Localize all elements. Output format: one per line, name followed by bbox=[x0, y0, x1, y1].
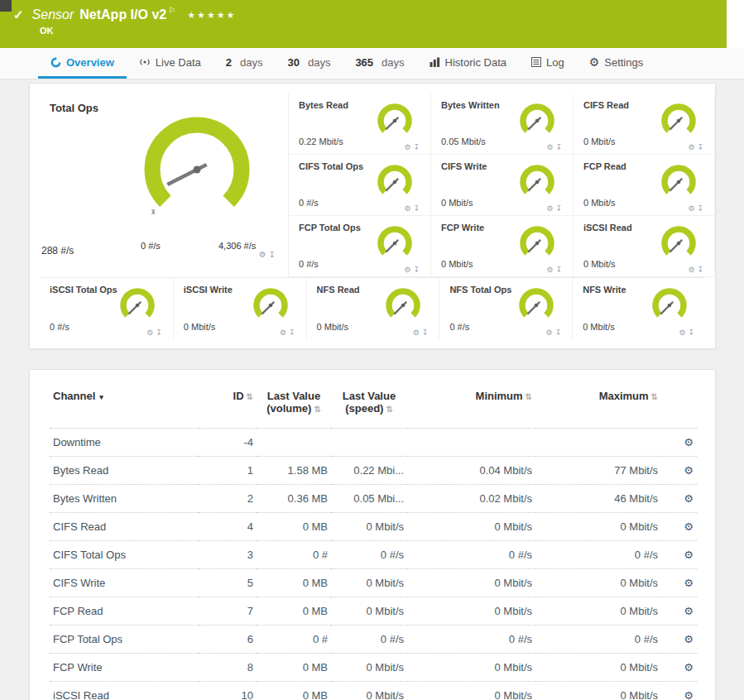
channel-edit-icon[interactable]: ⚙ bbox=[684, 577, 694, 589]
gauge-dial bbox=[647, 287, 692, 324]
channel-name[interactable]: FCP Write bbox=[50, 654, 199, 682]
gauge-gear-icon[interactable]: ⚙ bbox=[546, 204, 555, 213]
gauge-download-icon[interactable]: ↧ bbox=[289, 328, 298, 337]
gauge-gear-icon[interactable]: ⚙ bbox=[546, 266, 555, 274]
table-row: Bytes Written 2 0.36 MB 0.05 Mbi... 0.02… bbox=[50, 485, 697, 513]
gauge-download-icon[interactable]: ↧ bbox=[555, 143, 564, 151]
gauge-download-icon[interactable]: ↧ bbox=[413, 266, 422, 274]
gauge-cell-nfs-write[interactable]: NFS Write 0 Mbit/s ⚙↧ bbox=[572, 278, 705, 339]
gauge-gear-icon[interactable]: ⚙ bbox=[404, 204, 413, 213]
gauge-cell-cifs-total-ops[interactable]: CIFS Total Ops 0 #/s ⚙↧ bbox=[288, 155, 430, 216]
gauge-gear-icon[interactable]: ⚙ bbox=[259, 250, 269, 259]
channel-name[interactable]: CIFS Read bbox=[50, 513, 199, 541]
gauge-download-icon[interactable]: ↧ bbox=[697, 143, 706, 151]
gauge-cell-fcp-read[interactable]: FCP Read 0 Mbit/s ⚙↧ bbox=[573, 155, 715, 216]
gauge-value: 0 #/s bbox=[50, 322, 70, 332]
column-header-channel[interactable]: Channel▾ bbox=[50, 378, 199, 429]
sort-icon[interactable]: ⇅ bbox=[247, 392, 253, 401]
gauge-cell-cifs-write[interactable]: CIFS Write 0 Mbit/s ⚙↧ bbox=[430, 155, 573, 216]
gauge-download-icon[interactable]: ↧ bbox=[269, 250, 278, 259]
gauge-download-icon[interactable]: ↧ bbox=[422, 328, 431, 337]
column-header-last-value-speed[interactable]: Last Value(speed)⇅ bbox=[331, 378, 407, 429]
tab-30-days[interactable]: 30days bbox=[275, 48, 343, 79]
channel-name[interactable]: FCP Read bbox=[50, 597, 199, 626]
channel-edit-icon[interactable]: ⚙ bbox=[684, 661, 694, 674]
gauge-gear-icon[interactable]: ⚙ bbox=[546, 328, 555, 337]
tab-overview[interactable]: Overview bbox=[38, 48, 127, 79]
tab-settings[interactable]: ⚙ Settings bbox=[577, 48, 656, 79]
tab-historic-data[interactable]: Historic Data bbox=[417, 48, 519, 79]
gauge-download-icon[interactable]: ↧ bbox=[688, 328, 697, 337]
priority-stars[interactable]: ★★★★★ bbox=[187, 10, 236, 21]
tab-2-days[interactable]: 2days bbox=[214, 48, 276, 79]
column-header-minimum[interactable]: Minimum⇅ bbox=[407, 378, 535, 429]
sort-icon[interactable]: ⇅ bbox=[314, 405, 320, 414]
gauge-download-icon[interactable]: ↧ bbox=[555, 328, 564, 337]
channel-edit-icon[interactable]: ⚙ bbox=[684, 689, 694, 700]
gauge-gear-icon[interactable]: ⚙ bbox=[546, 143, 555, 151]
channel-last-volume: 0.36 MB bbox=[257, 485, 331, 513]
channel-edit-icon[interactable]: ⚙ bbox=[684, 464, 694, 477]
channel-filter-caret-icon[interactable]: ▾ bbox=[99, 393, 103, 401]
gauge-dial bbox=[372, 225, 417, 261]
flag-icon[interactable]: ⚐ bbox=[168, 6, 175, 15]
gauge-download-icon[interactable]: ↧ bbox=[555, 266, 564, 274]
sort-icon[interactable]: ⇅ bbox=[386, 405, 392, 414]
channel-name[interactable]: FCP Total Ops bbox=[50, 626, 199, 654]
channel-id: 10 bbox=[199, 682, 257, 700]
gauge-gear-icon[interactable]: ⚙ bbox=[413, 328, 422, 337]
gauge-cell-iscsi-write[interactable]: iSCSI Write 0 Mbit/s ⚙↧ bbox=[173, 278, 306, 339]
gauge-cell-nfs-total-ops[interactable]: NFS Total Ops 0 #/s ⚙↧ bbox=[439, 278, 572, 339]
gauge-download-icon[interactable]: ↧ bbox=[156, 328, 165, 337]
gauge-gear-icon[interactable]: ⚙ bbox=[404, 266, 413, 274]
channel-name[interactable]: CIFS Total Ops bbox=[50, 541, 199, 569]
channel-edit-icon[interactable]: ⚙ bbox=[684, 520, 694, 533]
gauge-cell-bytes-read[interactable]: Bytes Read 0.22 Mbit/s ⚙↧ bbox=[288, 93, 430, 155]
sort-icon[interactable]: ⇅ bbox=[651, 392, 658, 401]
gauge-gear-icon[interactable]: ⚙ bbox=[688, 266, 697, 274]
gauge-gear-icon[interactable]: ⚙ bbox=[280, 328, 289, 337]
gauge-cell-cifs-read[interactable]: CIFS Read 0 Mbit/s ⚙↧ bbox=[573, 93, 715, 155]
sort-icon[interactable]: ⇅ bbox=[526, 392, 532, 401]
gauge-cell-total-ops[interactable]: Total Ops x̄ 288 #/s 0 #/s 4,306 #/s ⚙↧ bbox=[40, 93, 288, 277]
gauge-download-icon[interactable]: ↧ bbox=[555, 204, 564, 213]
tab-365-days[interactable]: 365days bbox=[343, 48, 416, 79]
channel-maximum: 0 Mbit/s bbox=[535, 654, 661, 682]
gauge-gear-icon[interactable]: ⚙ bbox=[688, 204, 697, 213]
tab-log[interactable]: Log bbox=[519, 48, 577, 79]
gauge-cell-fcp-total-ops[interactable]: FCP Total Ops 0 #/s ⚙↧ bbox=[288, 216, 430, 277]
gauge-cell-iscsi-total-ops[interactable]: iSCSI Total Ops 0 #/s ⚙↧ bbox=[40, 278, 173, 339]
channel-id: 2 bbox=[199, 485, 257, 513]
channel-edit-icon[interactable]: ⚙ bbox=[684, 605, 694, 617]
channel-name[interactable]: iSCSI Read bbox=[50, 682, 199, 700]
channel-last-speed: 0 Mbit/s bbox=[331, 682, 407, 700]
gauge-value: 0 Mbit/s bbox=[583, 322, 615, 332]
gauge-download-icon[interactable]: ↧ bbox=[413, 143, 422, 151]
gauge-cell-nfs-read[interactable]: NFS Read 0 Mbit/s ⚙↧ bbox=[306, 278, 439, 339]
gauge-title: FCP Write bbox=[441, 223, 484, 233]
gauge-cell-iscsi-read[interactable]: iSCSI Read 0 Mbit/s ⚙↧ bbox=[573, 216, 715, 277]
channel-edit-icon[interactable]: ⚙ bbox=[684, 436, 694, 448]
column-header-id[interactable]: ID⇅ bbox=[199, 378, 257, 429]
column-header-sublabel: (volume) bbox=[266, 402, 311, 415]
gauge-gear-icon[interactable]: ⚙ bbox=[146, 328, 156, 337]
channel-name[interactable]: Bytes Read bbox=[50, 457, 199, 485]
column-header-maximum[interactable]: Maximum⇅ bbox=[535, 378, 661, 429]
gauge-gear-icon[interactable]: ⚙ bbox=[679, 328, 688, 337]
channel-name[interactable]: Downtime bbox=[50, 429, 199, 457]
column-header-label: Channel bbox=[53, 390, 95, 402]
channel-edit-icon[interactable]: ⚙ bbox=[684, 549, 694, 561]
column-header-last-value-volume[interactable]: Last Value(volume)⇅ bbox=[257, 378, 331, 429]
gauge-download-icon[interactable]: ↧ bbox=[697, 204, 706, 213]
channel-name[interactable]: Bytes Written bbox=[50, 485, 199, 513]
gauge-gear-icon[interactable]: ⚙ bbox=[404, 143, 413, 151]
channel-edit-icon[interactable]: ⚙ bbox=[684, 633, 694, 645]
gauge-gear-icon[interactable]: ⚙ bbox=[688, 143, 697, 151]
gauge-cell-bytes-written[interactable]: Bytes Written 0.05 Mbit/s ⚙↧ bbox=[430, 93, 573, 155]
channel-edit-icon[interactable]: ⚙ bbox=[684, 492, 694, 505]
gauge-cell-fcp-write[interactable]: FCP Write 0 Mbit/s ⚙↧ bbox=[430, 216, 573, 277]
gauge-download-icon[interactable]: ↧ bbox=[413, 204, 422, 213]
gauge-download-icon[interactable]: ↧ bbox=[697, 266, 706, 274]
channel-name[interactable]: CIFS Write bbox=[50, 569, 199, 597]
tab-live-data[interactable]: Live Data bbox=[127, 48, 214, 79]
